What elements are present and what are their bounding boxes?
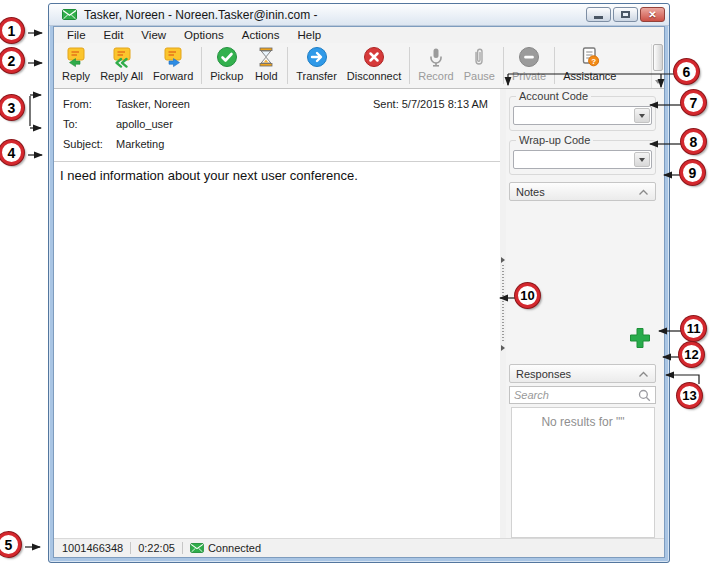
email-body-text: I need information about your next user … (54, 162, 500, 538)
wrapup-code-label: Wrap-up Code (516, 134, 593, 146)
toolbar-separator (287, 47, 288, 84)
reply-button[interactable]: Reply (57, 43, 95, 88)
menu-options[interactable]: Options (175, 29, 233, 41)
assistance-button[interactable]: ? Assistance (558, 43, 621, 88)
interaction-duration: 0:22:05 (138, 542, 175, 554)
title-bar: Tasker, Noreen - Noreen.Tasker@inin.com … (49, 4, 669, 26)
record-label: Record (418, 70, 453, 82)
chevron-up-icon (638, 186, 649, 198)
to-value: apollo_user (116, 118, 488, 130)
assistance-icon: ? (579, 46, 601, 68)
email-interaction-window: Tasker, Noreen - Noreen.Tasker@inin.com … (48, 3, 670, 563)
scrollbar-down-arrow-icon[interactable] (652, 76, 664, 87)
callout-11: 11 (681, 316, 706, 341)
private-button[interactable]: Private (507, 43, 551, 88)
private-label: Private (512, 70, 546, 82)
callout-13: 13 (677, 383, 702, 408)
search-icon (638, 389, 651, 402)
pause-button[interactable]: Pause (459, 43, 500, 88)
toolbar-separator (201, 47, 202, 84)
reply-all-icon (111, 46, 133, 68)
from-value: Tasker, Noreen (116, 98, 373, 110)
wrapup-code-group: Wrap-up Code (509, 140, 656, 175)
email-header: From: Tasker, Noreen Sent: 5/7/2015 8:13… (54, 89, 500, 162)
callout-4: 4 (0, 140, 24, 165)
callout-8: 8 (681, 129, 706, 154)
close-button[interactable]: ✕ (640, 7, 665, 22)
callout-2: 2 (0, 48, 24, 73)
reply-icon (65, 46, 87, 68)
status-divider (130, 542, 131, 554)
pickup-icon (216, 46, 238, 68)
callout-7: 7 (681, 90, 706, 115)
toolbar-separator (503, 47, 504, 84)
callout-9: 9 (680, 160, 705, 185)
transfer-button[interactable]: Transfer (291, 43, 342, 88)
menu-actions[interactable]: Actions (233, 29, 289, 41)
splitter-grip[interactable] (501, 257, 505, 351)
close-icon: ✕ (648, 10, 656, 20)
callout-5: 5 (0, 532, 21, 557)
pause-label: Pause (464, 70, 495, 82)
documentation-figure: Tasker, Noreen - Noreen.Tasker@inin.com … (0, 0, 714, 570)
callout-6: 6 (674, 59, 699, 84)
notes-section-header[interactable]: Notes (509, 182, 656, 201)
callout-3: 3 (0, 95, 24, 120)
scrollbar-thumb[interactable] (653, 44, 663, 71)
menu-help[interactable]: Help (288, 29, 330, 41)
menu-view[interactable]: View (132, 29, 175, 41)
connection-state: Connected (208, 542, 261, 554)
responses-section-header[interactable]: Responses (509, 364, 656, 383)
forward-icon (162, 46, 184, 68)
interaction-id: 1001466348 (62, 542, 123, 554)
maximize-button[interactable] (613, 7, 638, 22)
responses-search-input[interactable]: Search (509, 386, 656, 404)
forward-button[interactable]: Forward (148, 43, 198, 88)
account-code-select[interactable] (513, 106, 652, 125)
hold-button[interactable]: Hold (248, 43, 284, 88)
chevron-up-icon (638, 368, 649, 380)
status-bar: 1001466348 0:22:05 Connected (54, 538, 664, 557)
email-pane: From: Tasker, Noreen Sent: 5/7/2015 8:13… (54, 89, 500, 538)
pickup-label: Pickup (210, 70, 243, 82)
sent-value: Sent: 5/7/2015 8:13 AM (373, 98, 488, 110)
splitter-arrow-icon (501, 257, 505, 263)
wrapup-code-select[interactable] (513, 150, 652, 169)
account-code-label: Account Code (516, 90, 591, 102)
splitter-arrow-icon (501, 345, 505, 351)
pickup-button[interactable]: Pickup (205, 43, 248, 88)
minimize-icon (594, 16, 603, 19)
responses-label: Responses (516, 368, 571, 380)
maximize-icon (621, 11, 630, 18)
assistance-label: Assistance (563, 70, 616, 82)
window-title: Tasker, Noreen - Noreen.Tasker@inin.com … (84, 8, 318, 22)
private-icon (518, 46, 540, 68)
chevron-down-icon[interactable] (634, 152, 650, 167)
subject-value: Marketing (116, 138, 488, 150)
status-divider (182, 542, 183, 554)
transfer-icon (306, 46, 328, 68)
splitter-dots (502, 265, 504, 343)
hold-icon (255, 46, 277, 68)
from-label: From: (63, 98, 116, 110)
disconnect-icon (363, 46, 385, 68)
pane-splitter[interactable] (500, 89, 506, 538)
menu-edit[interactable]: Edit (95, 29, 133, 41)
forward-label: Forward (153, 70, 193, 82)
responses-results-panel: No results for "" (511, 407, 655, 538)
toolbar-separator (554, 47, 555, 84)
interaction-sidebar: Account Code Wrap-up Code Notes (506, 89, 664, 538)
reply-label: Reply (62, 70, 90, 82)
chevron-down-icon[interactable] (634, 108, 650, 123)
minimize-button[interactable] (586, 7, 611, 22)
add-note-button[interactable] (627, 325, 653, 351)
menu-file[interactable]: File (58, 29, 95, 41)
callout-10: 10 (515, 283, 540, 308)
disconnect-label: Disconnect (347, 70, 401, 82)
record-button[interactable]: Record (413, 43, 458, 88)
svg-text:?: ? (591, 57, 596, 66)
reply-all-button[interactable]: Reply All (95, 43, 148, 88)
no-results-text: No results for "" (541, 415, 624, 429)
toolbar-scrollbar[interactable] (651, 44, 664, 88)
disconnect-button[interactable]: Disconnect (342, 43, 406, 88)
